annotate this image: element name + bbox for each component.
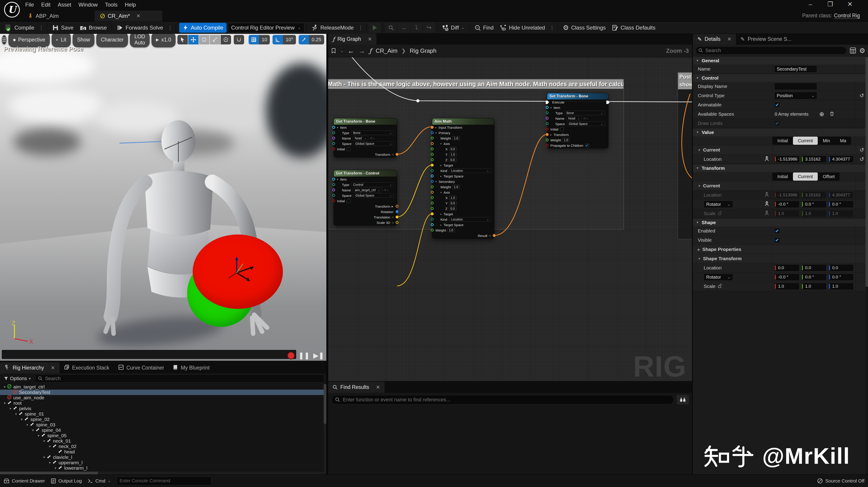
checkbox[interactable]: ✔ [774,120,780,126]
node-row-type[interactable]: TypeBone⌄ [547,110,608,116]
item-pin[interactable] [431,175,434,177]
close-icon[interactable]: ✕ [368,36,372,42]
node-row-name[interactable]: Nameaim_target_ctrl⌄↺ ⌕ [334,187,397,193]
expander-icon[interactable]: ▼ [8,407,13,410]
float-pin[interactable] [431,185,434,188]
auto-compile-button[interactable]: Auto Compile [179,23,226,33]
node-row-target[interactable]: ▸Target [432,162,494,168]
collapse-arrow-icon[interactable]: ◁ [392,216,393,218]
section-value[interactable]: ▼Value [693,128,868,136]
pin-dropdown[interactable]: Global Space⌄ [353,141,394,146]
text-field[interactable]: SecondaryTest [774,65,817,72]
pin-dropdown[interactable]: Global Space⌄ [567,122,605,126]
options-dropdown[interactable]: Options▾ [2,376,32,382]
gear-icon[interactable]: ⚙ [859,47,865,55]
parent-class-link[interactable]: Control Rig [834,12,860,19]
collapsed-icon[interactable]: ▸ [435,126,439,129]
collapsed-icon[interactable]: ▸ [440,224,443,226]
move-tool[interactable] [188,35,198,44]
expander-icon[interactable]: ▼ [30,429,35,432]
node-row-target-space[interactable]: ▸Target Space [432,222,494,227]
breadcrumb-current[interactable]: Rig Graph [410,47,437,54]
vector-component-y[interactable]: 0.0 ° [801,273,827,281]
tab-preview-scene-settings[interactable]: ✎ Preview Scene S... [736,34,796,44]
node-row-item[interactable]: ▾Item [547,105,608,110]
camera-speed-control[interactable]: 4 [327,37,327,42]
float-pin[interactable] [431,148,434,150]
collapse-arrow-icon[interactable]: ◁ [489,235,491,237]
vector-component-z[interactable]: 4.304377 [828,156,854,163]
close-icon[interactable]: ✕ [727,36,731,42]
release-options-icon[interactable]: ⋮ [357,25,365,31]
close-icon[interactable]: ✕ [136,13,141,19]
save-button[interactable]: Save [49,23,76,33]
collapsed-icon[interactable]: ▸ [440,164,443,166]
vector-component-y[interactable]: 3.15162 [801,191,827,199]
close-button[interactable]: ✕ [841,0,859,8]
tab-cr-aim[interactable]: CR_Aim* ✕ [95,10,162,22]
segment-initial[interactable]: Initial [772,136,793,145]
node-row-input-transform[interactable]: ▸Input Transform [432,125,494,130]
pin-value-input[interactable]: 0.0 [449,147,457,151]
step-into-button[interactable]: ⤵ [410,23,422,33]
pin-dropdown[interactable]: head⌄ [353,136,368,141]
exec-pin-in[interactable] [546,100,549,104]
checkbox[interactable]: ✔ [774,228,780,234]
menu-file[interactable]: File [22,0,38,9]
menu-asset[interactable]: Asset [54,0,75,9]
text-field[interactable] [774,83,817,90]
pin-checkbox[interactable]: ✔ [585,144,589,148]
vector-component-x[interactable]: 1.0 [774,210,800,217]
initial-pin[interactable] [332,148,335,150]
pin-checkbox[interactable] [347,199,350,203]
space-pin[interactable] [546,122,549,125]
node-row-target-space[interactable]: ▸Target Space [432,173,494,179]
node-row-initial[interactable]: Initial [334,146,397,152]
node-row-secondary[interactable]: ▾Secondary [432,179,494,184]
section-transform[interactable]: ▼Transform [693,164,868,172]
step-forward-button[interactable]: ▶❚ [313,352,324,359]
viewport-3d[interactable]: ☰ ◆Perspective◐LitShowCharacterLOD Auto▶… [0,34,327,361]
item-pin[interactable] [546,106,549,109]
segment-current[interactable]: Current [793,136,818,145]
node-row-axis[interactable]: ▾Axis [432,190,494,195]
node-row-initial[interactable]: Initial [334,198,397,204]
translation-pin[interactable] [431,212,434,215]
source-control-status[interactable]: Source Control Off [817,478,864,484]
vector-component-z[interactable]: 1.0 [828,283,854,290]
pin-dropdown[interactable]: Control⌄ [351,182,394,187]
pin-dropdown[interactable]: Location⌄ [449,217,491,222]
scale-tool[interactable] [210,35,220,44]
initial-pin[interactable] [332,199,335,202]
node-row-x[interactable]: X1.0 [432,195,494,201]
node-row-x[interactable]: X0.0 [432,146,494,152]
compile-button[interactable]: Compile [1,23,37,33]
node-row-space[interactable]: SpaceGlobal Space⌄ [334,141,397,146]
checkbox[interactable]: ✔ [774,237,780,243]
tree-item-pelvis[interactable]: ▼pelvis [0,406,324,411]
expander-icon[interactable]: ▼ [47,445,52,448]
pin-value-input[interactable]: 1.0 [449,196,457,200]
browse-button[interactable]: Browse [76,23,110,33]
unlock-icon[interactable] [718,284,722,289]
expander-icon[interactable]: ▼ [2,401,7,405]
expanded-icon[interactable]: ▼ [698,184,701,188]
expander-icon[interactable]: ▼ [25,423,30,427]
close-icon[interactable]: ✕ [51,365,55,371]
clipped-comment-node[interactable]: Postshow [678,72,692,239]
pin-value-input[interactable]: 1.0 [447,228,455,232]
angle-snap-control[interactable]: 10° [273,35,296,44]
node-row-item[interactable]: ▾Item [334,125,397,130]
pin-checkbox[interactable] [560,127,564,131]
pin-dropdown[interactable]: Global Space⌄ [353,193,394,198]
console-command-input[interactable]: Enter Console Command [117,477,211,485]
node-row-translation[interactable]: Translation◁ [334,214,397,220]
record-button[interactable] [287,352,295,359]
expander-icon[interactable]: ▼ [53,466,58,470]
world-space-toggle[interactable] [221,35,231,44]
item-pin[interactable] [431,223,434,226]
snap-settings-icon[interactable] [234,35,244,44]
pin-dropdown[interactable]: head⌄ [566,116,582,121]
segment-offset[interactable]: Offset [818,173,840,181]
collapse-arrow-icon[interactable]: ▶ [392,205,393,208]
